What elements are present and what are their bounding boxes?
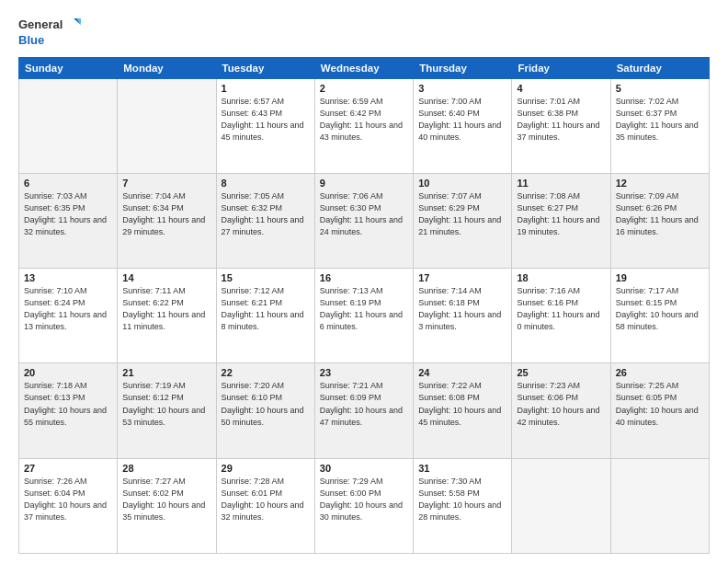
- calendar-cell: 29Sunrise: 7:28 AMSunset: 6:01 PMDayligh…: [216, 458, 314, 553]
- day-number: 24: [418, 367, 506, 378]
- day-detail: Sunrise: 7:10 AMSunset: 6:24 PMDaylight:…: [24, 285, 112, 333]
- day-detail: Sunrise: 7:04 AMSunset: 6:34 PMDaylight:…: [122, 190, 210, 238]
- day-detail: Sunrise: 7:29 AMSunset: 6:00 PMDaylight:…: [320, 476, 408, 523]
- calendar-cell: 31Sunrise: 7:30 AMSunset: 5:58 PMDayligh…: [414, 458, 512, 553]
- calendar-week-2: 6Sunrise: 7:03 AMSunset: 6:35 PMDaylight…: [19, 173, 710, 268]
- weekday-header-saturday: Saturday: [610, 57, 709, 78]
- day-detail: Sunrise: 6:59 AMSunset: 6:42 PMDaylight:…: [320, 96, 408, 144]
- day-number: 30: [320, 463, 408, 474]
- calendar-week-1: 1Sunrise: 6:57 AMSunset: 6:43 PMDaylight…: [19, 78, 710, 173]
- weekday-header-tuesday: Tuesday: [216, 57, 314, 78]
- calendar-cell: [118, 78, 216, 173]
- calendar-week-4: 20Sunrise: 7:18 AMSunset: 6:13 PMDayligh…: [19, 363, 710, 458]
- day-number: 1: [222, 83, 310, 94]
- calendar-cell: 4Sunrise: 7:01 AMSunset: 6:38 PMDaylight…: [512, 78, 610, 173]
- calendar-cell: [512, 458, 610, 553]
- calendar-cell: 6Sunrise: 7:03 AMSunset: 6:35 PMDaylight…: [19, 173, 118, 268]
- day-detail: Sunrise: 7:17 AMSunset: 6:15 PMDaylight:…: [616, 285, 704, 333]
- day-number: 19: [616, 272, 704, 283]
- day-detail: Sunrise: 7:18 AMSunset: 6:13 PMDaylight:…: [24, 380, 112, 428]
- day-number: 31: [418, 463, 506, 474]
- day-detail: Sunrise: 7:09 AMSunset: 6:26 PMDaylight:…: [616, 190, 704, 238]
- calendar-cell: [19, 78, 118, 173]
- day-number: 27: [24, 463, 112, 474]
- day-number: 23: [320, 367, 408, 378]
- day-number: 7: [122, 178, 210, 189]
- day-detail: Sunrise: 7:19 AMSunset: 6:12 PMDaylight:…: [122, 380, 210, 428]
- calendar-cell: 17Sunrise: 7:14 AMSunset: 6:18 PMDayligh…: [414, 269, 512, 363]
- weekday-header-thursday: Thursday: [414, 57, 512, 78]
- day-number: 28: [122, 463, 210, 474]
- day-detail: Sunrise: 7:21 AMSunset: 6:09 PMDaylight:…: [320, 380, 408, 428]
- logo-container: General Blue: [18, 17, 81, 48]
- day-number: 9: [320, 178, 408, 189]
- calendar-cell: 22Sunrise: 7:20 AMSunset: 6:10 PMDayligh…: [216, 363, 314, 458]
- weekday-header-row: SundayMondayTuesdayWednesdayThursdayFrid…: [19, 57, 710, 78]
- day-detail: Sunrise: 7:25 AMSunset: 6:05 PMDaylight:…: [616, 380, 704, 428]
- calendar-cell: 9Sunrise: 7:06 AMSunset: 6:30 PMDaylight…: [314, 173, 413, 268]
- day-detail: Sunrise: 7:07 AMSunset: 6:29 PMDaylight:…: [418, 190, 506, 238]
- calendar-cell: 20Sunrise: 7:18 AMSunset: 6:13 PMDayligh…: [19, 363, 118, 458]
- day-number: 11: [517, 178, 605, 189]
- day-number: 13: [24, 272, 112, 283]
- calendar-cell: 8Sunrise: 7:05 AMSunset: 6:32 PMDaylight…: [216, 173, 314, 268]
- logo-blue: Blue: [18, 33, 44, 48]
- day-number: 4: [517, 83, 605, 94]
- day-number: 29: [222, 463, 310, 474]
- calendar-cell: 19Sunrise: 7:17 AMSunset: 6:15 PMDayligh…: [610, 269, 709, 363]
- calendar-cell: 24Sunrise: 7:22 AMSunset: 6:08 PMDayligh…: [414, 363, 512, 458]
- day-number: 14: [122, 272, 210, 283]
- calendar-cell: 21Sunrise: 7:19 AMSunset: 6:12 PMDayligh…: [118, 363, 216, 458]
- day-number: 25: [517, 367, 605, 378]
- day-detail: Sunrise: 7:08 AMSunset: 6:27 PMDaylight:…: [517, 190, 605, 238]
- calendar-cell: 28Sunrise: 7:27 AMSunset: 6:02 PMDayligh…: [118, 458, 216, 553]
- calendar-cell: 2Sunrise: 6:59 AMSunset: 6:42 PMDaylight…: [314, 78, 413, 173]
- calendar-cell: [610, 458, 709, 553]
- day-detail: Sunrise: 7:06 AMSunset: 6:30 PMDaylight:…: [320, 190, 408, 238]
- calendar-cell: 3Sunrise: 7:00 AMSunset: 6:40 PMDaylight…: [414, 78, 512, 173]
- calendar-cell: 16Sunrise: 7:13 AMSunset: 6:19 PMDayligh…: [314, 269, 413, 363]
- calendar-cell: 27Sunrise: 7:26 AMSunset: 6:04 PMDayligh…: [19, 458, 118, 553]
- calendar-cell: 25Sunrise: 7:23 AMSunset: 6:06 PMDayligh…: [512, 363, 610, 458]
- day-number: 15: [222, 272, 310, 283]
- day-number: 5: [616, 83, 704, 94]
- day-detail: Sunrise: 7:12 AMSunset: 6:21 PMDaylight:…: [222, 285, 310, 333]
- calendar-week-3: 13Sunrise: 7:10 AMSunset: 6:24 PMDayligh…: [19, 269, 710, 363]
- day-detail: Sunrise: 7:26 AMSunset: 6:04 PMDaylight:…: [24, 476, 112, 523]
- day-detail: Sunrise: 7:20 AMSunset: 6:10 PMDaylight:…: [222, 380, 310, 428]
- day-number: 22: [222, 367, 310, 378]
- calendar-cell: 30Sunrise: 7:29 AMSunset: 6:00 PMDayligh…: [314, 458, 413, 553]
- day-number: 18: [517, 272, 605, 283]
- day-detail: Sunrise: 7:30 AMSunset: 5:58 PMDaylight:…: [418, 476, 506, 523]
- weekday-header-sunday: Sunday: [19, 57, 118, 78]
- day-detail: Sunrise: 7:11 AMSunset: 6:22 PMDaylight:…: [122, 285, 210, 333]
- logo: General Blue: [18, 17, 81, 48]
- day-number: 12: [616, 178, 704, 189]
- day-detail: Sunrise: 7:05 AMSunset: 6:32 PMDaylight:…: [222, 190, 310, 238]
- day-detail: Sunrise: 7:13 AMSunset: 6:19 PMDaylight:…: [320, 285, 408, 333]
- day-number: 10: [418, 178, 506, 189]
- day-number: 17: [418, 272, 506, 283]
- day-detail: Sunrise: 7:22 AMSunset: 6:08 PMDaylight:…: [418, 380, 506, 428]
- calendar-cell: 13Sunrise: 7:10 AMSunset: 6:24 PMDayligh…: [19, 269, 118, 363]
- day-detail: Sunrise: 7:01 AMSunset: 6:38 PMDaylight:…: [517, 96, 605, 144]
- day-detail: Sunrise: 6:57 AMSunset: 6:43 PMDaylight:…: [222, 96, 310, 144]
- calendar-week-5: 27Sunrise: 7:26 AMSunset: 6:04 PMDayligh…: [19, 458, 710, 553]
- calendar-cell: 15Sunrise: 7:12 AMSunset: 6:21 PMDayligh…: [216, 269, 314, 363]
- calendar-cell: 5Sunrise: 7:02 AMSunset: 6:37 PMDaylight…: [610, 78, 709, 173]
- day-number: 20: [24, 367, 112, 378]
- day-detail: Sunrise: 7:00 AMSunset: 6:40 PMDaylight:…: [418, 96, 506, 144]
- day-detail: Sunrise: 7:14 AMSunset: 6:18 PMDaylight:…: [418, 285, 506, 333]
- calendar-table: SundayMondayTuesdayWednesdayThursdayFrid…: [18, 57, 710, 554]
- day-number: 21: [122, 367, 210, 378]
- calendar-cell: 23Sunrise: 7:21 AMSunset: 6:09 PMDayligh…: [314, 363, 413, 458]
- day-number: 2: [320, 83, 408, 94]
- logo-general: General: [18, 17, 63, 32]
- day-detail: Sunrise: 7:23 AMSunset: 6:06 PMDaylight:…: [517, 380, 605, 428]
- header: General Blue: [18, 17, 710, 48]
- day-number: 8: [222, 178, 310, 189]
- day-detail: Sunrise: 7:03 AMSunset: 6:35 PMDaylight:…: [24, 190, 112, 238]
- calendar-cell: 1Sunrise: 6:57 AMSunset: 6:43 PMDaylight…: [216, 78, 314, 173]
- calendar-cell: 7Sunrise: 7:04 AMSunset: 6:34 PMDaylight…: [118, 173, 216, 268]
- calendar-page: General Blue SundayMondayTuesdayWednesda…: [0, 0, 728, 563]
